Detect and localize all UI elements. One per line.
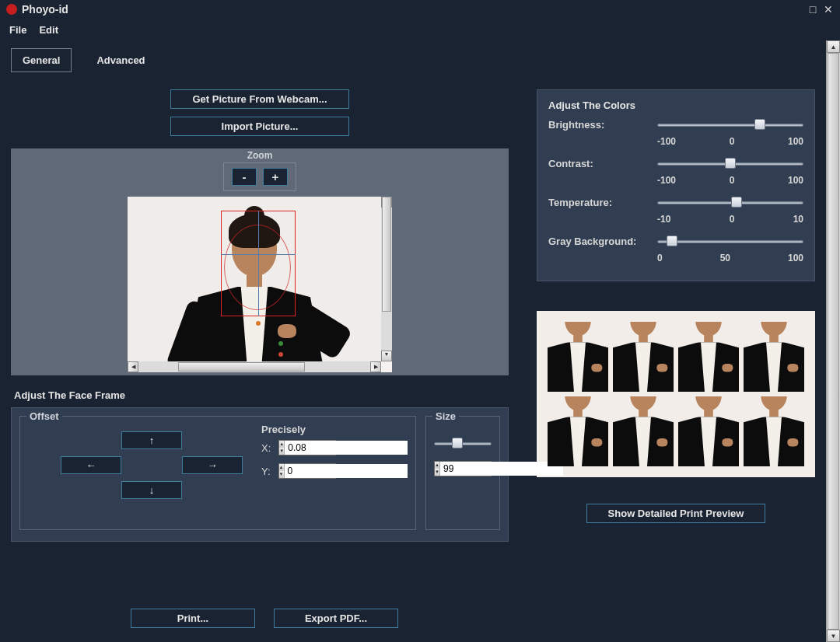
print-button[interactable]: Print... xyxy=(131,609,255,628)
zoom-controls: - + xyxy=(223,162,296,191)
y-input[interactable] xyxy=(285,464,408,478)
x-label: X: xyxy=(261,442,271,454)
viewport-hscroll[interactable]: ◀▶ xyxy=(128,361,381,372)
preview-thumb xyxy=(613,396,674,466)
get-webcam-button[interactable]: Get Picture From Webcam... xyxy=(170,89,349,109)
graybg-slider[interactable] xyxy=(657,236,803,248)
export-pdf-button[interactable]: Export PDF... xyxy=(274,609,398,628)
offset-up-button[interactable]: ↑ xyxy=(121,431,182,449)
preview-thumb xyxy=(548,322,608,392)
face-frame-oval xyxy=(224,225,291,310)
brightness-slider[interactable] xyxy=(657,119,803,131)
preview-thumb xyxy=(548,396,608,466)
preview-thumb xyxy=(613,322,674,392)
print-preview xyxy=(537,311,815,477)
tab-bar: General Advanced xyxy=(11,48,815,72)
show-preview-button[interactable]: Show Detailed Print Preview xyxy=(586,504,765,523)
zoom-label: Zoom xyxy=(247,150,273,161)
tab-advanced[interactable]: Advanced xyxy=(86,49,156,72)
graybg-label: Gray Background: xyxy=(548,236,657,247)
preview-thumb xyxy=(678,396,739,466)
size-spinbox[interactable]: ▲▼ xyxy=(434,461,492,476)
image-area: Zoom - + xyxy=(11,148,509,375)
offset-down-button[interactable]: ↓ xyxy=(121,481,182,499)
precisely-label: Precisely xyxy=(261,424,336,435)
scroll-up-icon[interactable]: ▲ xyxy=(827,40,840,53)
menu-file[interactable]: File xyxy=(9,24,26,36)
size-spin-up[interactable]: ▲ xyxy=(435,462,440,469)
brightness-label: Brightness: xyxy=(548,119,657,131)
face-handle-chin[interactable] xyxy=(256,321,261,326)
face-handle-mid[interactable] xyxy=(278,341,283,346)
x-spin-up[interactable]: ▲ xyxy=(279,441,285,448)
temperature-label: Temperature: xyxy=(548,197,657,208)
x-input[interactable] xyxy=(285,441,408,455)
offset-left-button[interactable]: ← xyxy=(61,456,121,474)
preview-thumb xyxy=(744,322,804,392)
zoom-in-button[interactable]: + xyxy=(263,168,288,186)
x-spin-down[interactable]: ▼ xyxy=(279,448,285,455)
face-guide-vertical xyxy=(258,211,259,316)
size-label: Size xyxy=(432,410,459,422)
y-spin-up[interactable]: ▲ xyxy=(279,464,285,471)
y-label: Y: xyxy=(261,466,271,477)
face-guide-horizontal xyxy=(221,254,296,255)
image-viewport[interactable]: ▲▼ ◀▶ xyxy=(128,197,392,372)
y-spin-down[interactable]: ▼ xyxy=(279,471,285,478)
size-spin-down[interactable]: ▼ xyxy=(435,469,440,476)
colors-panel: Adjust The Colors Brightness: -1000100 C… xyxy=(537,89,815,281)
x-spinbox[interactable]: ▲▼ xyxy=(278,440,336,455)
contrast-label: Contrast: xyxy=(548,158,657,169)
import-picture-button[interactable]: Import Picture... xyxy=(170,117,349,136)
size-slider[interactable] xyxy=(434,438,492,450)
temperature-slider[interactable] xyxy=(657,197,803,209)
offset-group: Offset ↑ ← → ↓ Precisely X: xyxy=(19,416,416,530)
app-logo-icon xyxy=(6,4,17,15)
menu-edit[interactable]: Edit xyxy=(39,24,58,36)
offset-label: Offset xyxy=(26,410,62,422)
precisely-block: Precisely X: ▲▼ Y: xyxy=(261,424,336,487)
main-vscroll[interactable]: ▲ ▼ xyxy=(826,40,840,642)
scroll-down-icon[interactable]: ▼ xyxy=(827,630,840,642)
viewport-vscroll[interactable]: ▲▼ xyxy=(381,197,392,361)
face-frame-panel: Offset ↑ ← → ↓ Precisely X: xyxy=(11,407,509,542)
titlebar: Phoyo-id □ ✕ xyxy=(0,0,840,19)
size-group: Size ▲▼ xyxy=(425,416,500,530)
face-frame-title: Adjust The Face Frame xyxy=(14,389,509,401)
size-input[interactable] xyxy=(440,462,563,476)
y-spinbox[interactable]: ▲▼ xyxy=(278,463,336,479)
close-button[interactable]: ✕ xyxy=(823,4,834,15)
window-title: Phoyo-id xyxy=(22,3,803,16)
menubar: File Edit xyxy=(0,19,840,40)
contrast-slider[interactable] xyxy=(657,158,803,170)
offset-right-button[interactable]: → xyxy=(182,456,243,474)
tab-general[interactable]: General xyxy=(11,48,72,72)
preview-thumb xyxy=(678,322,739,392)
colors-title: Adjust The Colors xyxy=(548,99,803,111)
face-handle-bottom[interactable] xyxy=(278,352,283,357)
maximize-button[interactable]: □ xyxy=(807,4,818,15)
zoom-out-button[interactable]: - xyxy=(232,168,257,186)
preview-thumb xyxy=(744,396,804,466)
